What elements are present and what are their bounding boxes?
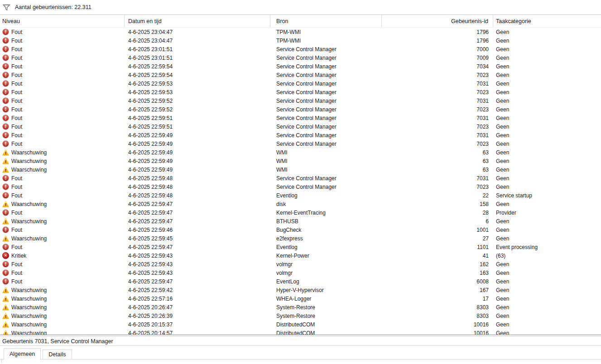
table-row[interactable]: Fout 4-6-2025 22:59:49 Service Control M… — [0, 131, 601, 139]
event-datetime: 4-6-2025 20:26:39 — [125, 311, 270, 320]
event-task-category: Geen — [493, 311, 601, 320]
table-row[interactable]: Fout 4-6-2025 23:04:47 TPM-WMI 1796 Geen — [0, 36, 601, 45]
level-label: Fout — [11, 141, 22, 147]
column-header-datetime[interactable]: Datum en tijd — [125, 15, 270, 27]
event-datetime: 4-6-2025 22:59:52 — [125, 105, 270, 114]
event-datetime: 4-6-2025 23:01:51 — [125, 45, 270, 53]
event-id: 7031 — [382, 79, 493, 88]
table-row[interactable]: Waarschuwing 4-6-2025 20:26:39 System-Re… — [0, 311, 601, 320]
column-header-row: Niveau Datum en tijd Bron Gebeurtenis-id… — [0, 15, 601, 28]
table-row[interactable]: Fout 4-6-2025 22:59:48 Eventlog 22 Servi… — [0, 191, 601, 200]
level-label: Fout — [11, 89, 22, 96]
event-source: TPM-WMI — [270, 28, 382, 36]
event-task-category: Provider — [493, 208, 601, 217]
table-row[interactable]: Waarschuwing 4-6-2025 22:59:47 BTHUSB 6 … — [0, 217, 601, 225]
table-row[interactable]: Waarschuwing 4-6-2025 20:14:57 Distribut… — [0, 329, 601, 335]
event-id: 28 — [382, 208, 493, 217]
table-row[interactable]: Fout 4-6-2025 22:59:49 Service Control M… — [0, 139, 601, 148]
error-icon — [2, 80, 9, 87]
table-row[interactable]: Fout 4-6-2025 22:59:43 volmgr 162 Geen — [0, 260, 601, 268]
error-icon — [2, 192, 9, 199]
event-datetime: 4-6-2025 22:59:52 — [125, 96, 270, 105]
event-source: Service Control Manager — [270, 96, 382, 105]
event-task-category: Geen — [493, 62, 601, 71]
event-task-category: Geen — [493, 217, 601, 225]
event-id: 7009 — [382, 53, 493, 62]
table-row[interactable]: Waarschuwing 4-6-2025 20:15:37 Distribut… — [0, 320, 601, 329]
event-source: System-Restore — [270, 303, 382, 311]
table-row[interactable]: Fout 4-6-2025 22:59:51 Service Control M… — [0, 122, 601, 131]
table-row[interactable]: Fout 4-6-2025 22:59:48 Service Control M… — [0, 174, 601, 182]
table-row[interactable]: Fout 4-6-2025 22:59:46 BugCheck 1001 Gee… — [0, 225, 601, 234]
table-row[interactable]: Waarschuwing 4-6-2025 22:59:45 e2fexpres… — [0, 234, 601, 243]
event-datetime: 4-6-2025 22:59:49 — [125, 139, 270, 148]
column-header-level[interactable]: Niveau — [0, 15, 125, 27]
table-row[interactable]: Waarschuwing 4-6-2025 22:59:49 WMI 63 Ge… — [0, 157, 601, 165]
event-task-category: Geen — [493, 277, 601, 286]
error-icon — [2, 226, 9, 233]
error-icon — [2, 89, 9, 96]
table-row[interactable]: Fout 4-6-2025 22:59:53 Service Control M… — [0, 88, 601, 96]
event-id: 6 — [382, 217, 493, 225]
event-datetime: 4-6-2025 22:59:49 — [125, 148, 270, 157]
event-task-category: Geen — [493, 96, 601, 105]
level-label: Fout — [11, 278, 22, 285]
level-label: Fout — [11, 46, 22, 53]
tab-details[interactable]: Details — [43, 350, 72, 359]
event-datetime: 4-6-2025 22:59:42 — [125, 286, 270, 294]
table-row[interactable]: Fout 4-6-2025 22:59:52 Service Control M… — [0, 96, 601, 105]
event-id: 7023 — [382, 88, 493, 96]
table-row[interactable]: Fout 4-6-2025 22:59:54 Service Control M… — [0, 71, 601, 79]
event-source: Hyper-V-Hypervisor — [270, 286, 382, 294]
table-row[interactable]: Fout 4-6-2025 22:59:54 Service Control M… — [0, 62, 601, 71]
table-row[interactable]: Waarschuwing 4-6-2025 22:59:49 WMI 63 Ge… — [0, 165, 601, 174]
table-row[interactable]: Waarschuwing 4-6-2025 22:59:42 Hyper-V-H… — [0, 286, 601, 294]
event-task-category: Geen — [493, 45, 601, 53]
table-row[interactable]: Fout 4-6-2025 22:59:47 Kernel-EventTraci… — [0, 208, 601, 217]
event-source: Kernel-EventTracing — [270, 208, 382, 217]
event-source: WMI — [270, 148, 382, 157]
event-id: 1001 — [382, 225, 493, 234]
level-label: Fout — [11, 98, 22, 104]
table-row[interactable]: Fout 4-6-2025 23:01:51 Service Control M… — [0, 45, 601, 53]
event-task-category: Geen — [493, 260, 601, 268]
event-datetime: 4-6-2025 22:59:47 — [125, 200, 270, 208]
table-row[interactable]: Fout 4-6-2025 22:59:48 Service Control M… — [0, 182, 601, 191]
warning-icon — [2, 287, 9, 293]
table-row[interactable]: Fout 4-6-2025 22:59:43 volmgr 163 Geen — [0, 268, 601, 277]
error-icon — [2, 54, 9, 61]
event-count-label: Aantal gebeurtenissen: 22.311 — [15, 4, 91, 10]
column-header-source[interactable]: Bron — [270, 15, 382, 27]
table-row[interactable]: Fout 4-6-2025 22:59:52 Service Control M… — [0, 105, 601, 114]
event-id: 7023 — [382, 71, 493, 79]
table-row[interactable]: Waarschuwing 4-6-2025 22:57:16 WHEA-Logg… — [0, 294, 601, 303]
table-row[interactable]: Fout 4-6-2025 23:04:47 TPM-WMI 1796 Geen — [0, 28, 601, 36]
event-datetime: 4-6-2025 22:59:43 — [125, 251, 270, 260]
table-row[interactable]: Fout 4-6-2025 22:59:47 Eventlog 1101 Eve… — [0, 243, 601, 251]
table-row[interactable]: Waarschuwing 4-6-2025 20:26:47 System-Re… — [0, 303, 601, 311]
table-row[interactable]: Fout 4-6-2025 22:59:53 Service Control M… — [0, 79, 601, 88]
level-label: Waarschuwing — [11, 296, 47, 302]
table-row[interactable]: Waarschuwing 4-6-2025 22:59:49 WMI 63 Ge… — [0, 148, 601, 157]
error-icon — [2, 97, 9, 104]
column-header-task-category[interactable]: Taakcategorie — [493, 15, 601, 27]
event-id: 7000 — [382, 45, 493, 53]
event-datetime: 4-6-2025 22:59:45 — [125, 234, 270, 243]
table-row[interactable]: Fout 4-6-2025 22:59:51 Service Control M… — [0, 114, 601, 122]
event-datetime: 4-6-2025 22:59:49 — [125, 157, 270, 165]
event-datetime: 4-6-2025 20:26:47 — [125, 303, 270, 311]
event-task-category: Geen — [493, 225, 601, 234]
event-datetime: 4-6-2025 22:59:43 — [125, 268, 270, 277]
tab-algemeen[interactable]: Algemeen — [4, 348, 41, 359]
error-icon — [2, 209, 9, 216]
table-row[interactable]: Kritiek 4-6-2025 22:59:43 Kernel-Power 4… — [0, 251, 601, 260]
event-task-category: Geen — [493, 234, 601, 243]
table-row[interactable]: Fout 4-6-2025 22:59:47 EventLog 6008 Gee… — [0, 277, 601, 286]
event-source: volmgr — [270, 260, 382, 268]
warning-icon — [2, 312, 9, 319]
column-header-event-id[interactable]: Gebeurtenis-id — [382, 15, 493, 27]
level-label: Fout — [11, 244, 22, 250]
event-id: 6008 — [382, 277, 493, 286]
table-row[interactable]: Waarschuwing 4-6-2025 22:59:47 disk 158 … — [0, 200, 601, 208]
table-row[interactable]: Fout 4-6-2025 23:01:51 Service Control M… — [0, 53, 601, 62]
